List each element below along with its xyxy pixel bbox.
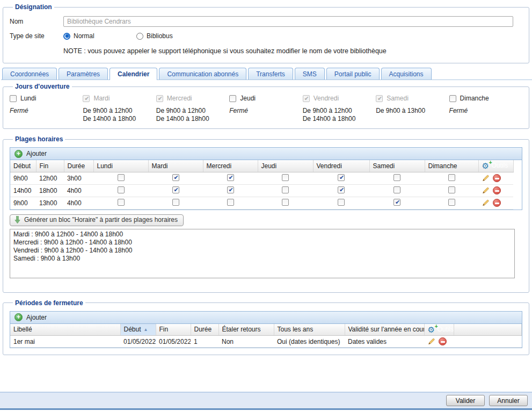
delete-icon[interactable] [439, 337, 447, 345]
cell-fin: 13h00 [36, 197, 64, 209]
plage1-samedi-checkbox[interactable] [393, 174, 400, 181]
day-mardi: Mardi De 9h00 à 12h00De 14h00 à 18h00 [83, 95, 156, 123]
plage1-vendredi-checkbox[interactable] [338, 174, 345, 181]
plage3-lundi-checkbox[interactable] [118, 199, 125, 206]
day-vendredi-hours: De 9h00 à 12h00De 14h00 à 18h00 [303, 107, 373, 123]
tab-sms[interactable]: SMS [295, 68, 325, 80]
col-validite[interactable]: Validité sur l'année en cours [345, 324, 424, 336]
delete-icon[interactable] [493, 174, 501, 182]
tab-calendrier[interactable]: Calendrier [110, 68, 157, 80]
day-vendredi-label: Vendredi [314, 95, 339, 102]
col-duree[interactable]: Durée [64, 160, 93, 172]
plage2-dimanche-checkbox[interactable] [448, 186, 455, 193]
plage1-dimanche-checkbox[interactable] [448, 174, 455, 181]
plage2-jeudi-checkbox[interactable] [282, 186, 289, 193]
tab-transferts[interactable]: Transferts [248, 68, 293, 80]
col-outils: ⚙+Outils [424, 324, 454, 336]
plage1-mardi-checkbox[interactable] [172, 174, 179, 181]
day-lundi-label: Lundi [20, 95, 36, 102]
col-lundi[interactable]: Lundi [93, 160, 148, 172]
day-mercredi: Mercredi De 9h00 à 12h00De 14h00 à 18h00 [156, 95, 229, 123]
radio-bibliobus-icon[interactable] [136, 33, 143, 40]
plage1-jeudi-checkbox[interactable] [282, 174, 289, 181]
day-dimanche-label: Dimanche [460, 95, 489, 102]
radio-normal[interactable]: Normal [63, 32, 133, 40]
horaire-bloc-text: Mardi : 9h00 à 12h00 - 14h00 à 18h00 Mer… [10, 229, 515, 278]
radio-bibliobus[interactable]: Bibliobus [136, 32, 206, 40]
annuler-button[interactable]: Annuler [489, 395, 528, 406]
plage2-samedi-checkbox[interactable] [393, 186, 400, 193]
fermeture-ajouter-button[interactable]: Ajouter [26, 314, 47, 321]
day-jeudi: Jeudi Fermé [229, 95, 302, 123]
support-note: NOTE : vous pouvez appeler le support té… [10, 47, 522, 55]
plage2-mercredi-checkbox[interactable] [227, 186, 234, 193]
tab-coordonnees[interactable]: Coordonnées [2, 68, 57, 80]
tab-communication-abonnes[interactable]: Communication abonnés [159, 68, 246, 80]
plages-toolbar: Ajouter [10, 148, 522, 160]
radio-normal-icon[interactable] [63, 33, 70, 40]
day-mardi-hours: De 9h00 à 12h00De 14h00 à 18h00 [83, 107, 152, 123]
fermeture-table: Libellé Début▲ Fin Durée Étaler retours … [10, 324, 522, 348]
tab-parametres[interactable]: Paramètres [59, 68, 108, 80]
add-icon[interactable] [14, 313, 23, 321]
plages-table: Début Fin Durée Lundi Mardi Mercredi Jeu… [10, 160, 514, 210]
day-jeudi-hours: Fermé [229, 107, 299, 115]
col-fin[interactable]: Fin [36, 160, 64, 172]
plage3-vendredi-checkbox[interactable] [338, 199, 345, 206]
col-mardi[interactable]: Mardi [148, 160, 203, 172]
col-dimanche[interactable]: Dimanche [425, 160, 478, 172]
day-lundi-checkbox[interactable] [10, 95, 17, 102]
day-dimanche-checkbox[interactable] [449, 95, 456, 102]
plage3-samedi-checkbox[interactable] [393, 199, 400, 206]
col-tous-les-ans[interactable]: Tous les ans [274, 324, 345, 336]
day-jeudi-checkbox[interactable] [229, 95, 236, 102]
col-jeudi[interactable]: Jeudi [258, 160, 313, 172]
delete-icon[interactable] [493, 186, 501, 194]
plage3-mardi-checkbox[interactable] [172, 199, 179, 206]
tab-acquisitions[interactable]: Acquisitions [381, 68, 432, 80]
plage3-mercredi-checkbox[interactable] [227, 199, 234, 206]
col-mercredi[interactable]: Mercredi [203, 160, 258, 172]
cell-duree: 3h00 [64, 172, 93, 184]
gear-icon: ⚙+ [482, 162, 491, 170]
plage1-lundi-checkbox[interactable] [118, 174, 125, 181]
edit-pencil-icon[interactable] [482, 174, 490, 182]
col-debut[interactable]: Début [10, 160, 36, 172]
add-icon[interactable] [14, 150, 23, 158]
delete-icon[interactable] [493, 199, 501, 207]
designation-legend: Désignation [13, 3, 54, 11]
day-dimanche-hours: Fermé [449, 107, 519, 115]
plages-header-row: Début Fin Durée Lundi Mardi Mercredi Jeu… [10, 160, 513, 172]
plage3-dimanche-checkbox[interactable] [448, 199, 455, 206]
plage1-mercredi-checkbox[interactable] [227, 174, 234, 181]
col-fin[interactable]: Fin [156, 324, 191, 336]
nom-input[interactable] [63, 16, 513, 27]
day-samedi-hours: De 9h00 à 13h00 [376, 107, 446, 115]
radio-normal-label: Normal [74, 32, 94, 40]
col-libelle[interactable]: Libellé [10, 324, 120, 336]
plage2-lundi-checkbox[interactable] [118, 186, 125, 193]
col-duree[interactable]: Durée [191, 324, 218, 336]
col-debut-sorted[interactable]: Début▲ [120, 324, 156, 336]
edit-pencil-icon[interactable] [427, 337, 435, 345]
col-vendredi[interactable]: Vendredi [313, 160, 369, 172]
day-jeudi-label: Jeudi [240, 95, 256, 102]
cell-etaler: Non [218, 336, 274, 348]
plages-ajouter-button[interactable]: Ajouter [26, 150, 47, 157]
valider-button[interactable]: Valider [446, 395, 485, 406]
col-samedi[interactable]: Samedi [369, 160, 425, 172]
plage3-jeudi-checkbox[interactable] [282, 199, 289, 206]
col-etaler-retours[interactable]: Étaler retours [218, 324, 274, 336]
plage-row-3: 9h00 13h00 4h00 [10, 197, 513, 209]
edit-pencil-icon[interactable] [482, 199, 490, 207]
plage2-vendredi-checkbox[interactable] [338, 186, 345, 193]
day-lundi-hours: Fermé [10, 107, 79, 115]
plages-horaires-legend: Plages horaires [13, 135, 65, 143]
tab-portail-public[interactable]: Portail public [326, 68, 380, 80]
edit-pencil-icon[interactable] [482, 186, 490, 194]
generer-bloc-button[interactable]: Générer un bloc "Horaire" à partir des p… [10, 214, 184, 226]
fermeture-header-row: Libellé Début▲ Fin Durée Étaler retours … [10, 324, 522, 336]
plage2-mardi-checkbox[interactable] [172, 186, 179, 193]
cell-duree: 4h00 [64, 184, 93, 197]
plage-row-2: 14h00 18h00 4h00 [10, 184, 513, 197]
